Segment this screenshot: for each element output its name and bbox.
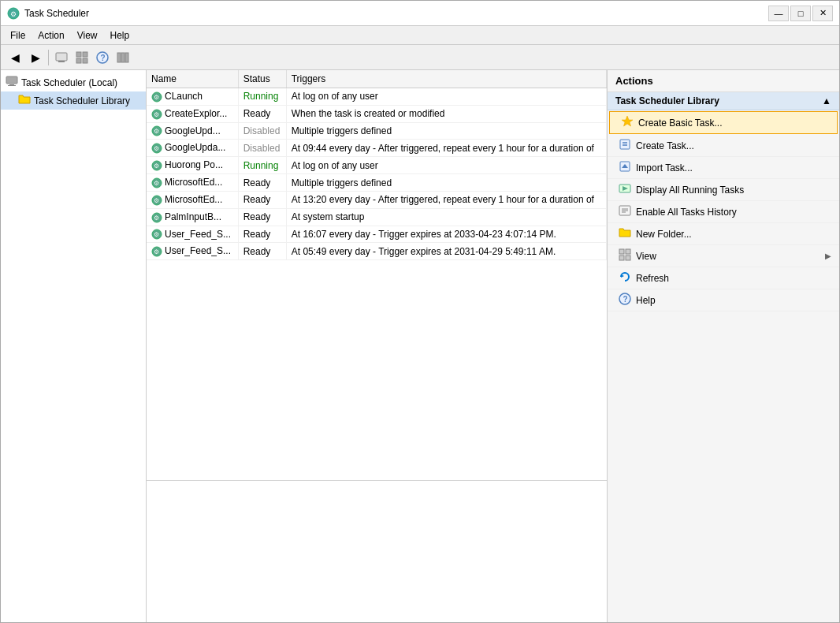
menu-action[interactable]: Action bbox=[32, 28, 70, 43]
left-panel: Task Scheduler (Local) Task Scheduler Li… bbox=[1, 70, 147, 622]
maximize-button[interactable]: □ bbox=[790, 6, 811, 21]
action-item[interactable]: Create Basic Task... bbox=[609, 111, 838, 134]
cell-name: ⚙ CreateExplor... bbox=[147, 105, 238, 122]
cell-triggers: Multiple triggers defined bbox=[286, 122, 606, 140]
action-item[interactable]: Enable All Tasks History bbox=[608, 201, 839, 223]
action-item[interactable]: Import Task... bbox=[608, 157, 839, 179]
svg-rect-7 bbox=[83, 58, 87, 63]
svg-rect-6 bbox=[76, 58, 81, 63]
svg-text:⚙: ⚙ bbox=[154, 215, 159, 222]
action-item-content: Refresh bbox=[636, 273, 831, 284]
action-item-content: Create Task... bbox=[636, 140, 831, 151]
svg-rect-4 bbox=[76, 52, 81, 57]
menu-help[interactable]: Help bbox=[104, 28, 136, 43]
col-header-status[interactable]: Status bbox=[238, 70, 286, 88]
help-toolbar-button[interactable]: ? bbox=[93, 48, 112, 67]
svg-rect-11 bbox=[121, 53, 125, 62]
task-icon bbox=[619, 138, 631, 153]
table-row[interactable]: ⚙ GoogleUpd... Disabled Multiple trigger… bbox=[147, 122, 607, 140]
window-title: Task Scheduler bbox=[24, 8, 89, 19]
table-row[interactable]: ⚙ User_Feed_S... Ready At 05:49 every da… bbox=[147, 243, 607, 260]
col-header-triggers[interactable]: Triggers bbox=[286, 70, 606, 88]
svg-rect-51 bbox=[626, 256, 630, 260]
columns-icon bbox=[117, 51, 129, 64]
refresh-button[interactable] bbox=[52, 48, 71, 67]
minimize-button[interactable]: — bbox=[768, 6, 789, 21]
table-row[interactable]: ⚙ Huorong Po... Running At log on of any… bbox=[147, 157, 607, 174]
action-items-container: Create Basic Task... Create Task... Impo… bbox=[608, 110, 839, 312]
menu-file[interactable]: File bbox=[4, 28, 32, 43]
close-button[interactable]: ✕ bbox=[812, 6, 833, 21]
columns-button[interactable] bbox=[113, 48, 132, 67]
cell-name: ⚙ User_Feed_S... bbox=[147, 243, 238, 260]
action-item[interactable]: Refresh bbox=[608, 267, 839, 289]
action-item[interactable]: New Folder... bbox=[608, 223, 839, 245]
svg-text:⚙: ⚙ bbox=[154, 162, 159, 170]
refresh-icon bbox=[619, 270, 631, 285]
action-item[interactable]: Create Task... bbox=[608, 135, 839, 157]
table-header-row: Name Status Triggers bbox=[147, 70, 607, 88]
action-item-label: Create Task... bbox=[636, 140, 694, 151]
col-header-name[interactable]: Name bbox=[147, 70, 238, 88]
main-content: Task Scheduler (Local) Task Scheduler Li… bbox=[1, 70, 839, 622]
action-item[interactable]: ? Help bbox=[608, 289, 839, 312]
svg-rect-37 bbox=[620, 140, 630, 149]
action-section-title: Task Scheduler Library bbox=[615, 95, 719, 106]
cell-status: Ready bbox=[238, 174, 286, 192]
cell-name: ⚙ GoogleUpd... bbox=[147, 122, 238, 140]
cell-status: Disabled bbox=[238, 140, 286, 157]
action-item[interactable]: View ▶ bbox=[608, 245, 839, 267]
app-icon: ⚙ bbox=[7, 7, 20, 20]
task-table: Name Status Triggers ⚙ CLaunch Running A… bbox=[147, 70, 607, 260]
refresh-icon bbox=[55, 51, 68, 64]
view-button[interactable] bbox=[72, 48, 91, 67]
actions-header: Actions bbox=[608, 70, 839, 92]
cell-status: Ready bbox=[238, 105, 286, 122]
running-icon bbox=[619, 182, 631, 197]
svg-text:⚙: ⚙ bbox=[154, 128, 159, 135]
menu-bar: File Action View Help bbox=[1, 26, 839, 45]
cell-name: ⚙ CLaunch bbox=[147, 88, 238, 106]
table-row[interactable]: ⚙ GoogleUpda... Disabled At 09:44 every … bbox=[147, 140, 607, 157]
table-row[interactable]: ⚙ CLaunch Running At log on of any user bbox=[147, 88, 607, 106]
svg-marker-36 bbox=[622, 116, 633, 126]
svg-text:⚙: ⚙ bbox=[154, 231, 159, 238]
table-row[interactable]: ⚙ MicrosoftEd... Ready Multiple triggers… bbox=[147, 174, 607, 192]
svg-rect-2 bbox=[56, 53, 67, 61]
table-row[interactable]: ⚙ CreateExplor... Ready When the task is… bbox=[147, 105, 607, 122]
table-row[interactable]: ⚙ MicrosoftEd... Ready At 13:20 every da… bbox=[147, 191, 607, 208]
action-item-label: Help bbox=[636, 295, 656, 306]
forward-button[interactable]: ▶ bbox=[26, 48, 45, 67]
svg-rect-5 bbox=[83, 52, 87, 57]
cell-status: Ready bbox=[238, 243, 286, 260]
svg-text:⚙: ⚙ bbox=[154, 180, 159, 187]
main-window: ⚙ Task Scheduler — □ ✕ File Action View … bbox=[0, 0, 840, 623]
star-icon bbox=[621, 115, 634, 130]
cell-status: Disabled bbox=[238, 122, 286, 140]
cell-name: ⚙ Huorong Po... bbox=[147, 157, 238, 174]
action-section-header[interactable]: Task Scheduler Library ▲ bbox=[608, 92, 839, 110]
task-table-scroll[interactable]: Name Status Triggers ⚙ CLaunch Running A… bbox=[147, 70, 607, 480]
title-bar: ⚙ Task Scheduler — □ ✕ bbox=[1, 1, 839, 26]
cell-triggers: At 16:07 every day - Trigger expires at … bbox=[286, 226, 606, 243]
tree-item-local[interactable]: Task Scheduler (Local) bbox=[1, 73, 146, 91]
svg-text:⚙: ⚙ bbox=[154, 145, 159, 152]
help-icon: ? bbox=[619, 293, 631, 308]
action-item-content: View ▶ bbox=[636, 251, 831, 262]
tree-item-library-label: Task Scheduler Library bbox=[34, 95, 130, 106]
history-icon bbox=[619, 204, 631, 219]
table-row[interactable]: ⚙ User_Feed_S... Ready At 16:07 every da… bbox=[147, 226, 607, 243]
menu-view[interactable]: View bbox=[71, 28, 104, 43]
back-button[interactable]: ◀ bbox=[6, 48, 24, 67]
cell-status: Ready bbox=[238, 226, 286, 243]
action-item-label: New Folder... bbox=[636, 229, 692, 240]
svg-text:?: ? bbox=[101, 54, 106, 62]
tree-item-library[interactable]: Task Scheduler Library bbox=[1, 91, 146, 110]
table-row[interactable]: ⚙ PalmInputB... Ready At system startup bbox=[147, 208, 607, 226]
svg-rect-13 bbox=[6, 76, 17, 84]
action-item-label: Refresh bbox=[636, 273, 669, 284]
action-item[interactable]: Display All Running Tasks bbox=[608, 179, 839, 201]
grid-icon bbox=[76, 51, 88, 64]
submenu-arrow: ▶ bbox=[825, 252, 831, 260]
action-item-label: Import Task... bbox=[636, 162, 693, 173]
